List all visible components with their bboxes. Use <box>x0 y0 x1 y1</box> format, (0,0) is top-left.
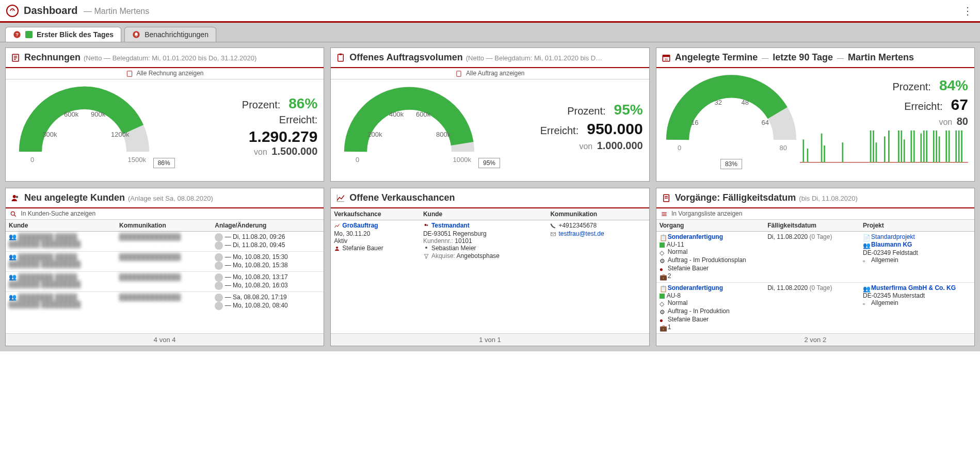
users-icon: 👥 <box>9 233 17 240</box>
gauge-icon <box>9 7 16 14</box>
customer-name: ████████ █████ <box>18 253 77 261</box>
card-title: Rechnungen <box>24 52 81 63</box>
invoice-icon <box>11 53 20 62</box>
opportunity-link[interactable]: Großauftrag <box>342 222 378 230</box>
kebab-menu-button[interactable]: ⋮ <box>962 5 974 17</box>
table-row[interactable]: 📋SonderanfertigungAU-8◇Normal⚙Auftrag - … <box>656 282 974 333</box>
task-link[interactable]: Sonderanfertigung <box>668 233 723 241</box>
cust-number: 10101 <box>455 237 472 245</box>
card-sub2: Martin Mertens <box>848 52 914 63</box>
customer-link[interactable]: Blaumann KG <box>871 241 912 249</box>
col-customer[interactable]: Kunde <box>6 220 116 232</box>
table-row[interactable]: 👥 ████████ ████████████ ████████████████… <box>6 231 324 251</box>
person-icon: ● <box>660 266 666 272</box>
svg-rect-55 <box>961 130 962 162</box>
svg-rect-44 <box>913 130 915 162</box>
col-due[interactable]: Fälligkeitsdatum <box>764 220 860 232</box>
gauge-badge: 95% <box>478 158 500 168</box>
count-icon: 💼 <box>660 273 666 280</box>
svg-rect-21 <box>663 55 670 57</box>
svg-rect-46 <box>923 130 925 162</box>
col-customer[interactable]: Kunde <box>420 208 548 220</box>
card-title: Angelegte Termine <box>675 52 758 63</box>
customer-link[interactable]: Testmandant <box>431 222 470 230</box>
phone-icon <box>550 223 556 229</box>
email-link[interactable]: testfrau@test.de <box>558 230 604 238</box>
card-appointments: 31 Angelegte Termine — letzte 90 Tage — … <box>656 47 975 182</box>
col-created[interactable]: Anlage/Änderung <box>212 220 324 232</box>
col-opportunity[interactable]: Verkaufschance <box>331 208 420 220</box>
gauge-chart: 0 1000k 200k 400k 600k 800k <box>342 85 476 165</box>
person-icon <box>423 246 429 252</box>
svg-text:600k: 600k <box>416 111 431 119</box>
table-row[interactable]: Großauftrag Mo, 30.11.20 Aktiv Stefanie … <box>331 220 649 262</box>
avatar <box>215 241 223 250</box>
col-communication[interactable]: Kommunikation <box>547 208 649 220</box>
col-communication[interactable]: Kommunikation <box>116 220 212 232</box>
col-project[interactable]: Projekt <box>860 220 974 232</box>
tab-label: Erster Blick des Tages <box>37 30 114 39</box>
project-link[interactable]: Standardprojekt <box>871 233 915 241</box>
card-linkbar[interactable]: Alle Auftrag anzeigen <box>331 68 649 79</box>
help-icon: ? <box>13 30 21 39</box>
svg-rect-42 <box>904 139 905 162</box>
task-link[interactable]: Sonderanfertigung <box>668 284 723 293</box>
customer-name: ████████ █████ <box>18 273 77 281</box>
app-header: Dashboard — Martin Mertens ⋮ <box>0 0 980 23</box>
table-row[interactable]: 👥 ████████ ████████████ ████████████████… <box>6 291 324 312</box>
card-order-volume: Offenes Auftragsvolumen (Netto — Belegda… <box>330 47 649 182</box>
table-row[interactable]: 📋SonderanfertigungAU-11◇Normal⚙Auftrag -… <box>656 231 974 282</box>
svg-point-56 <box>13 195 16 198</box>
opp-owner: Stefanie Bauer <box>342 245 383 253</box>
search-icon <box>10 210 17 218</box>
svg-text:16: 16 <box>691 119 698 126</box>
page-title: Dashboard — Martin Mertens <box>24 5 149 17</box>
svg-text:31: 31 <box>664 57 668 60</box>
avatar <box>215 302 223 310</box>
changed-date: Mo, 10.08.20, 15:38 <box>233 262 288 269</box>
opportunities-table: Verkaufschance Kunde Kommunikation Großa… <box>331 208 649 262</box>
customer-link[interactable]: Musterfirma GmbH & Co. KG <box>871 284 956 293</box>
svg-text:?: ? <box>15 32 19 37</box>
svg-rect-41 <box>901 130 903 162</box>
project-icon: 📄 <box>863 234 869 240</box>
svg-rect-38 <box>884 136 886 162</box>
show-all-link[interactable]: Alle Rechnung anzeigen <box>136 70 203 77</box>
card-linkbar[interactable]: Alle Rechnung anzeigen <box>6 68 324 79</box>
card-linkbar[interactable]: In Kunden-Suche anzeigen <box>6 208 324 220</box>
task-icon: 📋 <box>660 285 666 291</box>
tab-first-look[interactable]: ? Erster Blick des Tages <box>5 27 121 42</box>
tab-notifications[interactable]: Benachrichtigungen <box>124 27 216 42</box>
card-opportunities: Offene Verkauschancen Verkaufschance Kun… <box>330 188 649 346</box>
svg-point-64 <box>426 224 428 226</box>
svg-text:1200k: 1200k <box>111 131 130 139</box>
users-icon: 👥 <box>9 273 17 281</box>
show-all-link[interactable]: Alle Auftrag anzeigen <box>466 70 524 77</box>
show-in-list-link[interactable]: In Vorgangsliste anzeigen <box>671 210 742 217</box>
svg-rect-52 <box>949 130 950 162</box>
due-date: Di, 11.08.2020 <box>767 233 808 240</box>
task-id: AU-11 <box>667 241 684 248</box>
svg-rect-45 <box>921 133 922 162</box>
tag-icon: ▫ <box>863 300 869 306</box>
col-task[interactable]: Vorgang <box>656 220 765 232</box>
due-age: (0 Tage) <box>810 284 832 291</box>
svg-rect-4 <box>127 71 132 77</box>
card-linkbar[interactable]: In Vorgangsliste anzeigen <box>656 208 974 220</box>
table-row[interactable]: 👥 ████████ ████████████ ████████████████… <box>6 251 324 271</box>
card-title: Offenes Auftragsvolumen <box>349 52 462 63</box>
reached-value: 950.000 <box>587 120 642 138</box>
svg-text:400k: 400k <box>389 111 404 119</box>
table-row[interactable]: 👥 ████████ ████████████ ████████████████… <box>6 271 324 291</box>
task-id: AU-8 <box>667 292 681 299</box>
svg-text:800k: 800k <box>436 131 451 139</box>
svg-rect-48 <box>933 130 935 162</box>
calendar-icon: 31 <box>662 53 671 62</box>
tabstrip: ? Erster Blick des Tages Benachrichtigun… <box>0 23 980 42</box>
phone-value: +4912345678 <box>558 222 597 230</box>
gear-icon: ⚙ <box>660 309 666 315</box>
card-tasks: Vorgänge: Fälligkeitsdatum (bis Di, 11.0… <box>656 188 975 346</box>
card-new-customers: Neu angelegte Kunden (Anlage seit Sa, 08… <box>5 188 324 346</box>
show-in-search-link[interactable]: In Kunden-Suche anzeigen <box>21 210 95 217</box>
svg-rect-36 <box>873 130 874 162</box>
